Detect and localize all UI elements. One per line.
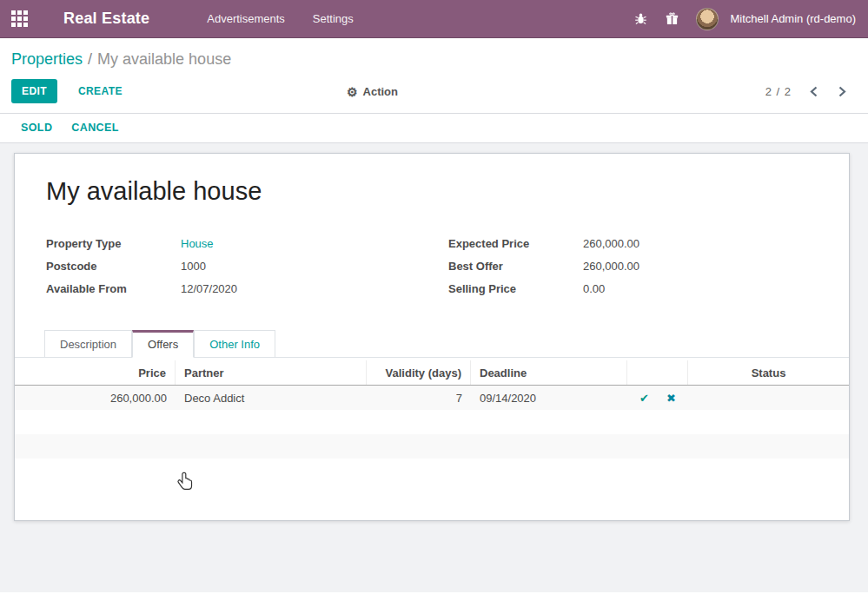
field-value: 260,000.00 — [583, 237, 639, 250]
cancel-button[interactable]: CANCEL — [71, 122, 118, 134]
offer-price[interactable]: 260,000.00 — [15, 386, 176, 410]
table-row[interactable]: 260,000.00 Deco Addict 7 09/14/2020 ✔ ✖ — [15, 386, 849, 410]
refuse-offer-x-icon[interactable]: ✖ — [666, 392, 676, 405]
field-expected-price: Expected Price 260,000.00 — [448, 237, 830, 250]
field-selling-price: Selling Price 0.00 — [448, 282, 830, 295]
field-value: 260,000.00 — [583, 260, 639, 273]
field-label: Property Type — [46, 237, 181, 250]
sold-button[interactable]: SOLD — [21, 122, 52, 134]
user-menu[interactable]: Mitchell Admin (rd-demo) — [731, 12, 857, 25]
menu-advertisements[interactable]: Advertisements — [196, 7, 295, 30]
field-value: 1000 — [181, 260, 206, 273]
offer-status — [688, 386, 849, 410]
field-label: Postcode — [46, 260, 181, 273]
property-type-link[interactable]: House — [181, 237, 214, 250]
offer-deadline[interactable]: 09/14/2020 — [471, 386, 627, 410]
edit-button[interactable]: EDIT — [11, 79, 57, 103]
main-menu: Advertisements Settings — [196, 7, 364, 30]
field-label: Selling Price — [448, 282, 583, 295]
menu-settings[interactable]: Settings — [302, 7, 364, 30]
top-navbar: Real Estate Advertisements Settings — [0, 0, 868, 38]
navbar-right: Mitchell Admin (rd-demo) — [628, 6, 868, 32]
column-header-actions — [627, 360, 688, 385]
breadcrumb-separator: / — [83, 50, 97, 68]
breadcrumb-current: My available house — [97, 50, 231, 68]
tab-offers[interactable]: Offers — [132, 330, 194, 358]
app-brand[interactable]: Real Estate — [63, 10, 149, 28]
offers-table-header: Price Partner Validity (days) Deadline S… — [15, 360, 849, 386]
tab-description[interactable]: Description — [44, 330, 132, 358]
empty-row — [15, 410, 849, 434]
accept-offer-check-icon[interactable]: ✔ — [639, 392, 649, 405]
button-bar: EDIT CREATE ⚙ Action 2 / 2 — [0, 72, 868, 114]
column-header-validity[interactable]: Validity (days) — [367, 360, 471, 385]
field-postcode: Postcode 1000 — [46, 260, 427, 273]
breadcrumb-properties-link[interactable]: Properties — [11, 50, 83, 68]
pager-previous-icon[interactable] — [809, 86, 818, 97]
user-avatar[interactable] — [696, 8, 719, 30]
breadcrumb: Properties/My available house — [11, 50, 868, 69]
action-label: Action — [363, 85, 398, 98]
create-button[interactable]: CREATE — [73, 79, 128, 103]
field-available-from: Available From 12/07/2020 — [46, 282, 427, 295]
field-label: Expected Price — [448, 237, 583, 250]
offer-actions: ✔ ✖ — [627, 386, 688, 410]
action-menu[interactable]: ⚙ Action — [347, 84, 398, 98]
column-header-status[interactable]: Status — [688, 360, 849, 385]
form-statusbar: SOLD CANCEL — [0, 114, 868, 143]
form-sheet: My available house Property Type House P… — [14, 153, 850, 521]
column-header-partner[interactable]: Partner — [176, 360, 367, 385]
column-header-price[interactable]: Price — [15, 360, 176, 385]
offer-validity[interactable]: 7 — [367, 386, 471, 410]
offer-partner[interactable]: Deco Addict — [176, 386, 367, 410]
debug-bug-icon[interactable] — [628, 6, 654, 32]
field-property-type: Property Type House — [46, 237, 427, 250]
field-value: 0.00 — [583, 282, 605, 295]
offers-table: Price Partner Validity (days) Deadline S… — [15, 360, 849, 459]
control-panel: Properties/My available house — [0, 38, 868, 72]
gear-icon: ⚙ — [347, 84, 358, 98]
field-column-left: Property Type House Postcode 1000 Availa… — [46, 237, 427, 295]
pager-value: 2 / 2 — [765, 85, 792, 98]
field-label: Best Offer — [448, 260, 583, 273]
apps-menu-icon[interactable] — [11, 10, 29, 28]
field-column-right: Expected Price 260,000.00 Best Offer 260… — [448, 237, 830, 295]
tab-other-info[interactable]: Other Info — [194, 330, 275, 358]
notebook-tabs: Description Offers Other Info — [15, 329, 849, 358]
field-label: Available From — [46, 282, 181, 295]
pager: 2 / 2 — [765, 85, 847, 98]
field-best-offer: Best Offer 260,000.00 — [448, 260, 830, 273]
field-value: 12/07/2020 — [181, 282, 237, 295]
pager-next-icon[interactable] — [838, 86, 847, 97]
form-view: My available house Property Type House P… — [0, 143, 868, 592]
gift-icon[interactable] — [659, 6, 686, 32]
field-grid: Property Type House Postcode 1000 Availa… — [46, 237, 830, 295]
empty-row — [15, 434, 849, 459]
record-title: My available house — [46, 177, 849, 206]
column-header-deadline[interactable]: Deadline — [471, 360, 627, 385]
